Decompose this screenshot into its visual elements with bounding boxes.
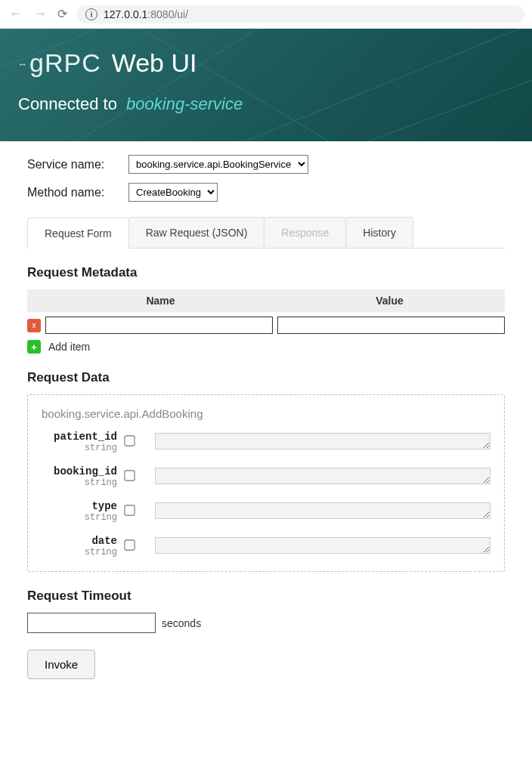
tabs: Request Form Raw Request (JSON) Response… [27,217,505,249]
timeout-input[interactable] [27,613,156,633]
url-host: 127.0.0.1 [104,8,147,20]
field-row-date: date string [42,535,490,558]
reload-button[interactable]: ⟳ [56,5,69,23]
metadata-name-input[interactable] [45,317,273,334]
method-name-label: Method name: [27,186,118,199]
service-name-select[interactable]: booking.service.api.BookingService [128,155,308,174]
forward-button[interactable]: → [32,5,48,23]
field-type: string [42,512,117,523]
timeout-units: seconds [162,617,201,629]
field-enable-checkbox[interactable] [124,435,135,446]
field-value-input[interactable] [155,468,490,484]
back-button[interactable]: ← [8,5,24,23]
connected-service: booking-service [126,94,243,113]
method-name-select[interactable]: CreateBooking [128,183,218,202]
header-banner: ↔gRPC Web UI Connected to booking-servic… [0,29,532,141]
request-data-heading: Request Data [27,370,505,385]
metadata-heading: Request Metadata [27,265,505,280]
metadata-value-input[interactable] [277,317,505,334]
tab-history[interactable]: History [345,217,413,248]
add-item-button[interactable]: + [27,340,41,354]
tab-response: Response [264,217,346,248]
field-type: string [42,443,117,453]
timeout-heading: Request Timeout [27,589,505,604]
field-enable-checkbox[interactable] [124,505,135,515]
url-port: :8080 [147,8,174,20]
grpc-logo: ↔gRPC [18,48,101,78]
field-name: patient_id [42,431,117,443]
field-name: date [42,535,117,547]
field-value-input[interactable] [155,433,490,450]
page-title: Web UI [112,48,197,78]
service-name-label: Service name: [27,158,118,171]
field-row-booking-id: booking_id string [42,465,490,488]
banner-geometry [0,29,532,141]
metadata-col-name: Name [46,290,275,311]
url-path: /ui/ [174,8,188,20]
delete-row-button[interactable]: x [27,319,41,332]
field-name: type [42,500,117,512]
browser-chrome: ← → ⟳ i 127.0.0.1:8080/ui/ [0,0,532,29]
main-content: Service name: booking.service.api.Bookin… [0,141,532,702]
metadata-table: Name Value x + Add item [27,289,505,354]
site-info-icon[interactable]: i [85,8,97,20]
metadata-row: x [27,317,505,334]
field-row-patient-id: patient_id string [42,431,490,453]
field-name: booking_id [42,465,117,477]
connected-label: Connected to [18,94,117,113]
field-enable-checkbox[interactable] [124,539,135,550]
tab-raw-request[interactable]: Raw Request (JSON) [128,217,265,248]
invoke-button[interactable]: Invoke [27,650,95,679]
field-enable-checkbox[interactable] [124,470,135,480]
add-item-label[interactable]: Add item [48,341,90,353]
request-data-box: booking.service.api.AddBooking patient_i… [27,394,505,572]
tab-request-form[interactable]: Request Form [27,218,129,249]
field-type: string [42,477,117,488]
metadata-header-row: Name Value [27,289,505,312]
address-bar[interactable]: i 127.0.0.1:8080/ui/ [76,5,524,23]
field-row-type: type string [42,500,490,523]
field-type: string [42,547,117,558]
connection-status: Connected to booking-service [18,94,514,114]
field-value-input[interactable] [155,537,490,554]
metadata-col-value: Value [275,290,504,311]
schema-name: booking.service.api.AddBooking [42,407,490,420]
field-value-input[interactable] [155,502,490,519]
